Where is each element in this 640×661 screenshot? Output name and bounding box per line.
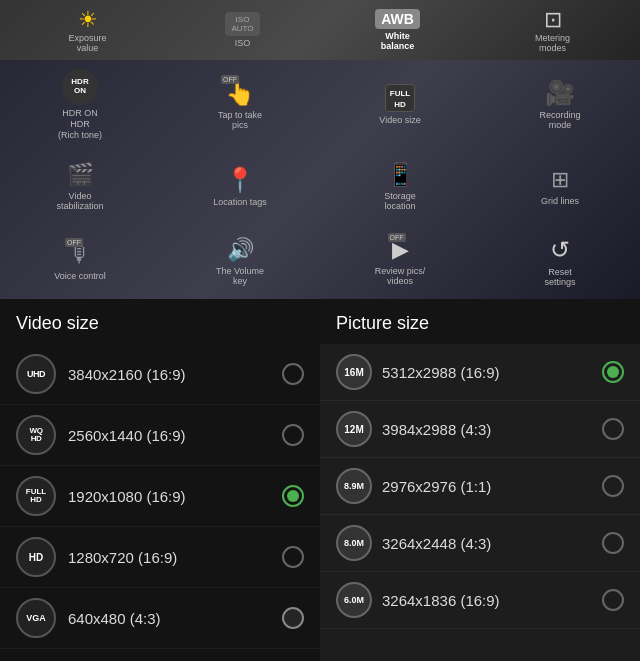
grid-voice-control[interactable]: 🎙 OFF Voice control [0, 224, 160, 299]
uhd-radio[interactable] [282, 363, 304, 385]
grid-volume-key[interactable]: 🔊 The Volumekey [160, 224, 320, 299]
toolbar-exposure-label: Exposure value [68, 33, 106, 53]
grid-recording-mode[interactable]: 🎥 Recordingmode [480, 60, 640, 149]
uhd-label: 3840x2160 (16:9) [68, 366, 282, 383]
89m-badge: 8.9M [336, 468, 372, 504]
voice-icon-wrap: 🎙 OFF [69, 242, 91, 268]
grid-tap-to-take[interactable]: 👆 OFF Tap to takepics [160, 60, 320, 149]
reset-label: Resetsettings [544, 267, 575, 287]
89m-label: 2976x2976 (1:1) [382, 478, 602, 495]
toolbar-whitebalance-label: Whitebalance [381, 31, 415, 51]
review-icon-wrap: ▶ OFF [392, 237, 409, 263]
volume-label: The Volumekey [216, 266, 264, 286]
video-size-title: Video size [0, 299, 320, 344]
hdr-icon: HDRON [62, 69, 98, 105]
tap-icon: 👆 OFF [225, 79, 255, 107]
grid-grid-lines[interactable]: ⊞ Grid lines [480, 149, 640, 224]
89m-radio[interactable] [602, 475, 624, 497]
video-size-wqhd[interactable]: WQHD 2560x1440 (16:9) [0, 405, 320, 466]
off-badge-voice: OFF [65, 238, 83, 247]
picture-size-title: Picture size [320, 299, 640, 344]
grid-storage-location[interactable]: 📱 Storagelocation [320, 149, 480, 224]
60m-label: 3264x1836 (16:9) [382, 592, 602, 609]
60m-badge: 6.0M [336, 582, 372, 618]
16m-label: 5312x2988 (16:9) [382, 364, 602, 381]
fullhd-radio[interactable] [282, 485, 304, 507]
hdr-label: HDR ONHDR(Rich tone) [58, 108, 102, 140]
main-content: Video size UHD 3840x2160 (16:9) WQHD 256… [0, 299, 640, 661]
fullhd-badge: FULLHD [385, 84, 415, 112]
16m-radio-dot [607, 366, 619, 378]
80m-radio[interactable] [602, 532, 624, 554]
video-size-fullhd[interactable]: FULLHD 1920x1080 (16:9) [0, 466, 320, 527]
picture-size-80m[interactable]: 8.0M 3264x2448 (4:3) [320, 515, 640, 572]
vga-radio[interactable] [282, 607, 304, 629]
16m-radio[interactable] [602, 361, 624, 383]
picture-size-89m[interactable]: 8.9M 2976x2976 (1:1) [320, 458, 640, 515]
iso-auto-label: ISO [231, 15, 253, 24]
grid-hdr[interactable]: HDRON HDR ONHDR(Rich tone) [0, 60, 160, 149]
camera-toolbar: ☀ Exposure value ISO AUTO ISO AWB Whiteb… [0, 0, 640, 60]
stabilization-icon: 🎬 [67, 162, 94, 188]
recording-icon: 🎥 [545, 79, 575, 107]
wqhd-label: 2560x1440 (16:9) [68, 427, 282, 444]
location-label: Location tags [213, 197, 267, 207]
picture-size-12m[interactable]: 12M 3984x2988 (4:3) [320, 401, 640, 458]
hd-badge: HD [16, 537, 56, 577]
grid-review-pics[interactable]: ▶ OFF Review pics/videos [320, 224, 480, 299]
storage-label: Storagelocation [384, 191, 416, 211]
grid-video-stabilization[interactable]: 🎬 Videostabilization [0, 149, 160, 224]
voice-label: Voice control [54, 271, 106, 281]
grid-reset-settings[interactable]: ↺ Resetsettings [480, 224, 640, 299]
toolbar-whitebalance[interactable]: AWB Whitebalance [368, 9, 428, 51]
80m-label: 3264x2448 (4:3) [382, 535, 602, 552]
recording-label: Recordingmode [539, 110, 580, 130]
fullhd-label: 1920x1080 (16:9) [68, 488, 282, 505]
off-badge-tap: OFF [221, 75, 239, 84]
grid-location-tags[interactable]: 📍 Location tags [160, 149, 320, 224]
tap-label: Tap to takepics [218, 110, 262, 130]
stabilization-label: Videostabilization [56, 191, 103, 211]
iso-auto-sub: AUTO [231, 24, 253, 33]
toolbar-iso[interactable]: ISO AUTO ISO [213, 12, 273, 48]
camera-grid: HDRON HDR ONHDR(Rich tone) 👆 OFF Tap to … [0, 60, 640, 299]
video-size-panel: Video size UHD 3840x2160 (16:9) WQHD 256… [0, 299, 320, 661]
video-size-uhd[interactable]: UHD 3840x2160 (16:9) [0, 344, 320, 405]
reset-icon: ↺ [550, 236, 570, 264]
hd-label: 1280x720 (16:9) [68, 549, 282, 566]
vga-label: 640x480 (4:3) [68, 610, 282, 627]
metering-icon: ⊡ [544, 7, 562, 33]
location-icon: 📍 [225, 166, 255, 194]
gridlines-label: Grid lines [541, 196, 579, 206]
16m-badge: 16M [336, 354, 372, 390]
camera-grid-section: HDRON HDR ONHDR(Rich tone) 👆 OFF Tap to … [0, 60, 640, 299]
toolbar-metering-label: Meteringmodes [535, 33, 570, 53]
picture-size-60m[interactable]: 6.0M 3264x1836 (16:9) [320, 572, 640, 629]
grid-video-size[interactable]: FULLHD Video size [320, 60, 480, 149]
12m-badge: 12M [336, 411, 372, 447]
12m-label: 3984x2988 (4:3) [382, 421, 602, 438]
video-size-hd[interactable]: HD 1280x720 (16:9) [0, 527, 320, 588]
wqhd-radio[interactable] [282, 424, 304, 446]
toolbar-metering[interactable]: ⊡ Meteringmodes [523, 7, 583, 53]
review-label: Review pics/videos [375, 266, 426, 286]
picture-size-panel: Picture size 16M 5312x2988 (16:9) 12M 39… [320, 299, 640, 661]
toolbar-iso-label: ISO [235, 38, 251, 48]
video-size-label: Video size [379, 115, 420, 125]
video-size-vga[interactable]: VGA 640x480 (4:3) [0, 588, 320, 649]
fullhd-size-badge: FULLHD [16, 476, 56, 516]
hd-radio[interactable] [282, 546, 304, 568]
volume-icon: 🔊 [227, 237, 254, 263]
picture-size-16m[interactable]: 16M 5312x2988 (16:9) [320, 344, 640, 401]
toolbar-exposure[interactable]: ☀ Exposure value [58, 7, 118, 53]
12m-radio[interactable] [602, 418, 624, 440]
wqhd-badge: WQHD [16, 415, 56, 455]
60m-radio[interactable] [602, 589, 624, 611]
off-badge-review: OFF [388, 233, 406, 242]
storage-icon: 📱 [387, 162, 414, 188]
fullhd-radio-dot [287, 490, 299, 502]
awb-badge: AWB [375, 9, 420, 29]
80m-badge: 8.0M [336, 525, 372, 561]
vga-badge: VGA [16, 598, 56, 638]
uhd-badge: UHD [16, 354, 56, 394]
